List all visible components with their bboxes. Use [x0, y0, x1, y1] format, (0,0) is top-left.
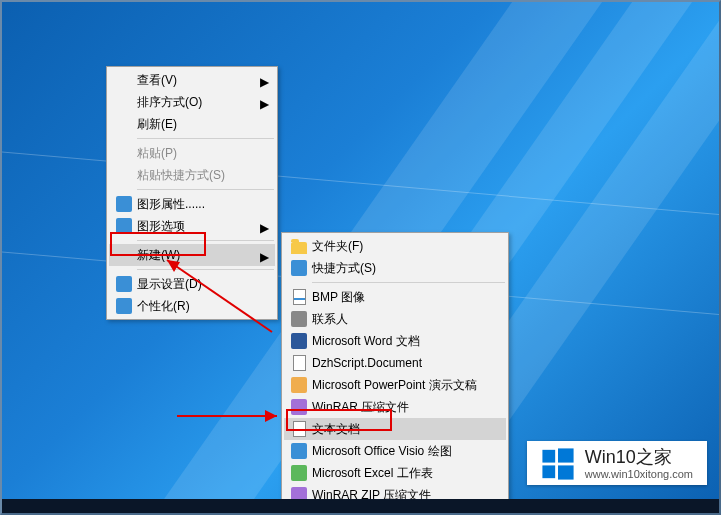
winrar-icon: [288, 398, 310, 416]
submenu-arrow-icon: ▶: [260, 221, 269, 235]
menu-label: BMP 图像: [310, 289, 486, 306]
menu-label: Microsoft PowerPoint 演示文稿: [310, 377, 486, 394]
menu-label: 粘贴快捷方式(S): [135, 167, 255, 184]
menu-label: 文件夹(F): [310, 238, 486, 255]
menu-separator: [137, 240, 274, 241]
new-submenu: 文件夹(F) 快捷方式(S) BMP 图像 联系人 Microsoft Word…: [281, 232, 509, 509]
menu-separator: [137, 269, 274, 270]
menu-label: Microsoft Word 文档: [310, 333, 486, 350]
menu-label: 新建(W): [135, 247, 255, 264]
submenu-item-contact[interactable]: 联系人: [284, 308, 506, 330]
menu-label: 个性化(R): [135, 298, 255, 315]
watermark-title: Win10之家: [585, 448, 693, 468]
menu-item-sort[interactable]: 排序方式(O) ▶: [109, 91, 275, 113]
menu-label: WinRAR 压缩文件: [310, 399, 486, 416]
menu-item-graphics-properties[interactable]: 图形属性......: [109, 193, 275, 215]
menu-label: 快捷方式(S): [310, 260, 486, 277]
menu-item-new[interactable]: 新建(W) ▶: [109, 244, 275, 266]
submenu-item-folder[interactable]: 文件夹(F): [284, 235, 506, 257]
menu-label: 显示设置(D): [135, 276, 255, 293]
powerpoint-icon: [288, 376, 310, 394]
menu-label: 刷新(E): [135, 116, 255, 133]
folder-icon: [288, 237, 310, 255]
submenu-item-winrar[interactable]: WinRAR 压缩文件: [284, 396, 506, 418]
menu-label: Microsoft Excel 工作表: [310, 465, 486, 482]
submenu-item-bmp[interactable]: BMP 图像: [284, 286, 506, 308]
menu-separator: [137, 189, 274, 190]
menu-item-paste: 粘贴(P): [109, 142, 275, 164]
menu-separator: [312, 282, 505, 283]
taskbar[interactable]: [2, 499, 719, 513]
submenu-arrow-icon: ▶: [260, 75, 269, 89]
svg-rect-4: [542, 450, 555, 463]
menu-label: DzhScript.Document: [310, 356, 486, 370]
shortcut-icon: [288, 259, 310, 277]
menu-item-paste-shortcut: 粘贴快捷方式(S): [109, 164, 275, 186]
svg-rect-6: [542, 465, 555, 478]
windows-logo-icon: [541, 447, 575, 481]
submenu-item-shortcut[interactable]: 快捷方式(S): [284, 257, 506, 279]
menu-separator: [137, 138, 274, 139]
personalize-icon: [113, 297, 135, 315]
menu-label: Microsoft Office Visio 绘图: [310, 443, 486, 460]
svg-rect-7: [558, 465, 574, 479]
submenu-item-powerpoint[interactable]: Microsoft PowerPoint 演示文稿: [284, 374, 506, 396]
menu-label: 图形选项: [135, 218, 255, 235]
contact-icon: [288, 310, 310, 328]
word-icon: [288, 332, 310, 350]
menu-label: 排序方式(O): [135, 94, 255, 111]
script-icon: [288, 354, 310, 372]
display-icon: [113, 275, 135, 293]
excel-icon: [288, 464, 310, 482]
svg-rect-5: [558, 448, 574, 462]
menu-item-view[interactable]: 查看(V) ▶: [109, 69, 275, 91]
menu-label: 图形属性......: [135, 196, 255, 213]
bmp-icon: [288, 288, 310, 306]
submenu-item-text-document[interactable]: 文本文档: [284, 418, 506, 440]
menu-label: 联系人: [310, 311, 486, 328]
submenu-arrow-icon: ▶: [260, 250, 269, 264]
desktop-context-menu: 查看(V) ▶ 排序方式(O) ▶ 刷新(E) 粘贴(P) 粘贴快捷方式(S) …: [106, 66, 278, 320]
menu-item-personalize[interactable]: 个性化(R): [109, 295, 275, 317]
menu-label: 文本文档: [310, 421, 486, 438]
intel-icon: [113, 217, 135, 235]
text-file-icon: [288, 420, 310, 438]
submenu-item-dzhscript[interactable]: DzhScript.Document: [284, 352, 506, 374]
visio-icon: [288, 442, 310, 460]
menu-item-display-settings[interactable]: 显示设置(D): [109, 273, 275, 295]
submenu-arrow-icon: ▶: [260, 97, 269, 111]
menu-item-refresh[interactable]: 刷新(E): [109, 113, 275, 135]
submenu-item-excel[interactable]: Microsoft Excel 工作表: [284, 462, 506, 484]
menu-item-graphics-options[interactable]: 图形选项 ▶: [109, 215, 275, 237]
submenu-item-visio[interactable]: Microsoft Office Visio 绘图: [284, 440, 506, 462]
menu-label: 粘贴(P): [135, 145, 255, 162]
watermark-url: www.win10xitong.com: [585, 468, 693, 480]
watermark: Win10之家 www.win10xitong.com: [527, 441, 707, 485]
submenu-item-word[interactable]: Microsoft Word 文档: [284, 330, 506, 352]
menu-label: 查看(V): [135, 72, 255, 89]
intel-icon: [113, 195, 135, 213]
